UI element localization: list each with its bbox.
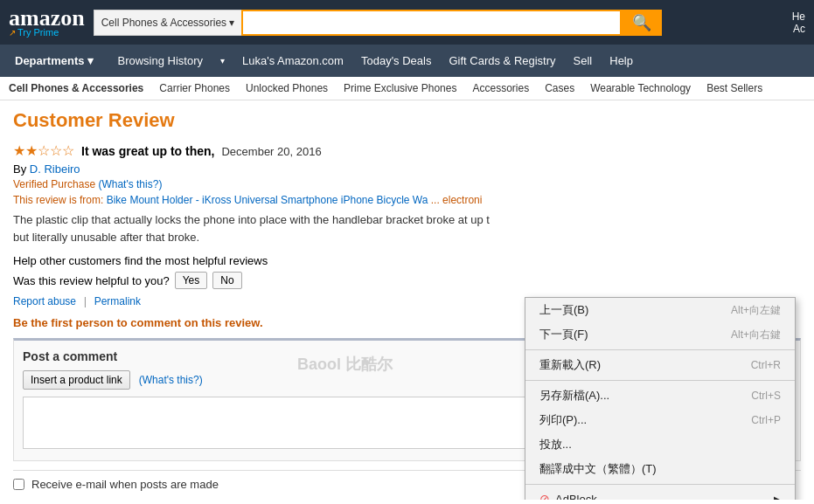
cat-prime-exclusive[interactable]: Prime Exclusive Phones (344, 82, 456, 94)
context-menu-item[interactable]: 投放... (525, 432, 795, 457)
reviewer-line: By D. Ribeiro (13, 162, 801, 176)
context-menu-separator (525, 349, 795, 350)
whats-this-link[interactable]: (What's this?) (98, 178, 162, 190)
search-bar: Cell Phones & Accessories ▾ 🔍 (94, 10, 662, 36)
email-checkbox-label: Receive e-mail when posts are made (31, 478, 219, 491)
context-menu-shortcut: Alt+向左鍵 (731, 303, 781, 318)
main-content: Customer Review ★★☆☆☆ It was great up to… (0, 100, 814, 500)
context-menu-item-right: Ctrl+R (751, 359, 781, 371)
page-title: Customer Review (13, 109, 801, 132)
report-abuse-link[interactable]: Report abuse (13, 295, 76, 307)
context-menu-item[interactable]: 下一頁(F)Alt+向右鍵 (525, 322, 795, 347)
context-menu-item-right: Alt+向右鍵 (731, 328, 781, 342)
nav-sell[interactable]: Sell (574, 54, 593, 67)
nav-help[interactable]: Help (609, 54, 633, 67)
context-menu-item-right: Alt+向左鍵 (731, 303, 781, 318)
nav-departments[interactable]: Departments ▾ (9, 50, 100, 72)
header-account: He Ac (792, 10, 805, 35)
nav-browsing-history[interactable]: Browsing History (117, 54, 203, 67)
was-helpful-row: Was this review helpful to you? Yes No (13, 272, 801, 289)
context-menu-separator (525, 380, 795, 381)
review-text: The plastic clip that actually locks the… (13, 211, 801, 245)
try-prime-link[interactable]: Try Prime (17, 27, 59, 38)
context-menu-item-label: 投放... (539, 437, 572, 452)
cat-cases[interactable]: Cases (545, 82, 574, 94)
context-menu-arrow: ▶ (774, 494, 781, 501)
review-section: ★★☆☆☆ It was great up to then, December … (13, 142, 801, 307)
cat-accessories[interactable]: Accessories (472, 82, 529, 94)
context-menu-item[interactable]: 上一頁(B)Alt+向左鍵 (525, 298, 795, 322)
context-menu-item[interactable]: 翻譯成中文（繁體）(T) (525, 457, 795, 481)
product-suffix: ... electroni (431, 194, 483, 206)
review-title: It was great up to then, (81, 144, 214, 158)
context-menu-item-right: ▶ (774, 494, 781, 501)
cat-carrier-phones[interactable]: Carrier Phones (159, 82, 230, 94)
nav-bar: Departments ▾ Browsing History ▾ Luka's … (0, 45, 814, 77)
nav-gift-cards[interactable]: Gift Cards & Registry (449, 54, 555, 67)
whats-this-comment-link[interactable]: (What's this?) (139, 374, 203, 386)
cat-best-sellers[interactable]: Best Sellers (706, 82, 762, 94)
adblock-icon: ⊘ (539, 492, 550, 500)
context-menu-shortcut: Ctrl+R (751, 359, 781, 371)
category-bar: Cell Phones & Accessories Carrier Phones… (0, 77, 814, 100)
nav-lukas[interactable]: Luka's Amazon.com (242, 54, 344, 67)
context-menu-item[interactable]: 重新載入(R)Ctrl+R (525, 353, 795, 377)
header: amazon ↗ Try Prime Cell Phones & Accesso… (0, 0, 814, 45)
review-date: December 20, 2016 (221, 145, 321, 158)
review-from-line: This review is from: Bike Mount Holder -… (13, 194, 801, 206)
permalink-link[interactable]: Permalink (94, 295, 141, 307)
context-menu-item[interactable]: 列印(P)...Ctrl+P (525, 408, 795, 432)
reviewer-link[interactable]: D. Ribeiro (30, 162, 80, 176)
context-menu-item[interactable]: 另存新檔(A)...Ctrl+S (525, 383, 795, 408)
context-menu-item-label: 列印(P)... (539, 412, 587, 428)
context-menu-separator (525, 484, 795, 485)
review-stars: ★★☆☆☆ (13, 142, 74, 159)
product-link[interactable]: Bike Mount Holder - iKross Universal Sma… (107, 194, 428, 206)
context-menu: 上一頁(B)Alt+向左鍵下一頁(F)Alt+向右鍵重新載入(R)Ctrl+R另… (525, 297, 796, 500)
insert-product-button[interactable]: Insert a product link (23, 370, 130, 390)
amazon-logo[interactable]: amazon ↗ Try Prime (9, 7, 85, 38)
yes-button[interactable]: Yes (175, 272, 208, 289)
no-button[interactable]: No (212, 272, 241, 289)
search-button[interactable]: 🔍 (622, 10, 662, 36)
cat-unlocked-phones[interactable]: Unlocked Phones (246, 82, 328, 94)
context-menu-item-label: 下一頁(F) (539, 327, 588, 342)
context-menu-item-right: Ctrl+S (751, 390, 781, 402)
context-menu-item-label: 重新載入(R) (539, 357, 601, 373)
context-menu-item-right: Ctrl+P (751, 414, 781, 426)
context-menu-item-label: 另存新檔(A)... (539, 388, 609, 404)
context-menu-item-label: 上一頁(B) (539, 302, 588, 318)
email-checkbox[interactable] (13, 479, 24, 490)
cat-wearable[interactable]: Wearable Technology (590, 82, 691, 94)
nav-browsing-history-arrow: ▾ (220, 56, 225, 66)
context-menu-shortcut: Ctrl+S (751, 390, 781, 402)
context-menu-shortcut: Alt+向右鍵 (731, 328, 781, 342)
context-menu-item-label: 翻譯成中文（繁體）(T) (539, 461, 657, 477)
search-input[interactable] (241, 10, 621, 36)
context-menu-shortcut: Ctrl+P (751, 414, 781, 426)
nav-today-deals[interactable]: Today's Deals (361, 54, 432, 67)
cat-cell-phones[interactable]: Cell Phones & Accessories (9, 82, 143, 94)
verified-purchase: Verified Purchase (What's this?) (13, 178, 801, 190)
context-menu-item-label: ⊘AdBlock (539, 492, 597, 500)
helpful-question: Help other customers find the most helpf… (13, 254, 801, 267)
search-category-dropdown[interactable]: Cell Phones & Accessories ▾ (94, 10, 242, 36)
context-menu-item[interactable]: ⊘AdBlock▶ (525, 487, 795, 500)
